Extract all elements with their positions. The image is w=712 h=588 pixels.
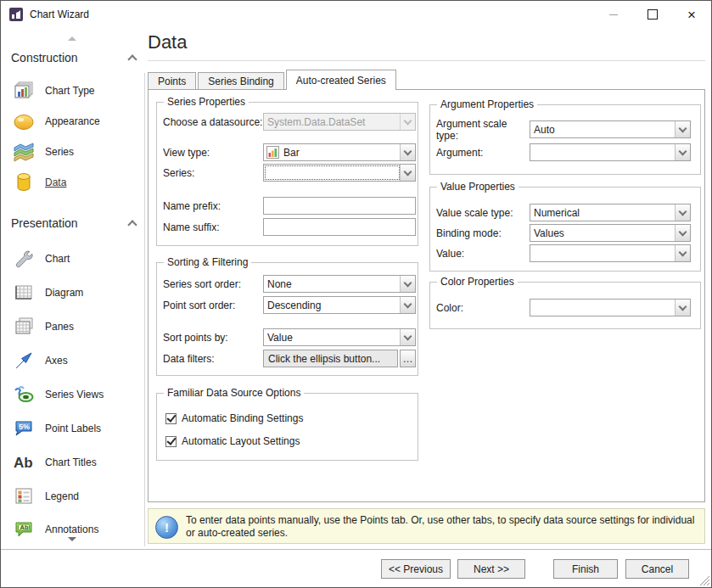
series-sort-order-combobox[interactable]: None [263, 275, 416, 293]
wrench-icon [13, 248, 35, 270]
sidebar-item-chart[interactable]: Chart [1, 246, 144, 272]
argument-combobox[interactable] [530, 143, 691, 161]
group-title: Argument Properties [437, 98, 537, 110]
minimize-button[interactable] [594, 1, 633, 28]
data-filters-field[interactable]: Click the ellipsis button... [263, 350, 398, 367]
value-scale-type-combobox[interactable]: Numerical [530, 204, 691, 221]
panes-icon [13, 316, 35, 338]
dropdown-button[interactable] [675, 144, 690, 160]
tab-points[interactable]: Points [148, 72, 196, 90]
minimize-icon [609, 14, 618, 15]
binding-mode-combobox[interactable]: Values [530, 224, 691, 242]
series-views-icon [13, 384, 35, 406]
group-familiar-options: Familiar Data Source Options Automatic B… [156, 393, 418, 461]
checkbox-box[interactable] [165, 413, 177, 424]
sidebar-item-series[interactable]: Series [1, 139, 144, 165]
automatic-binding-settings-checkbox[interactable]: Automatic Binding Settings [165, 412, 303, 425]
dropdown-button[interactable] [400, 329, 415, 345]
chevron-down-icon [404, 333, 412, 341]
name-prefix-label: Name prefix: [163, 200, 263, 212]
dropdown-button[interactable] [400, 144, 415, 160]
name-suffix-label: Name suffix: [163, 221, 263, 233]
footer-separator [1, 549, 711, 550]
sidebar-item-panes[interactable]: Panes [1, 314, 144, 339]
page-title: Data [148, 31, 187, 53]
close-button[interactable]: × [672, 1, 711, 28]
sort-points-by-combobox[interactable]: Value [263, 328, 416, 346]
argument-scale-type-combobox[interactable]: Auto [530, 120, 691, 138]
point-sort-order-label: Point sort order: [163, 300, 263, 311]
argument-label: Argument: [436, 147, 530, 159]
sidebar-separator [144, 73, 145, 546]
dropdown-button[interactable] [400, 297, 415, 313]
name-suffix-input[interactable] [263, 218, 416, 236]
tab-series-binding[interactable]: Series Binding [198, 72, 283, 90]
next-button[interactable]: Next >> [457, 559, 525, 579]
cancel-button[interactable]: Cancel [625, 559, 689, 579]
chart-wizard-dialog: Chart Wizard × Construction Chart Type [0, 0, 712, 588]
maximize-button[interactable] [633, 1, 672, 28]
legend-icon [13, 485, 35, 507]
automatic-layout-settings-checkbox[interactable]: Automatic Layout Settings [165, 434, 300, 448]
group-title: Value Properties [437, 181, 519, 193]
maximize-icon [648, 9, 658, 20]
dropdown-button[interactable] [675, 204, 690, 221]
sidebar-section-presentation[interactable]: Presentation [11, 215, 136, 232]
sidebar-item-point-labels[interactable]: 5% Point Labels [1, 416, 144, 441]
dropdown-button[interactable] [675, 245, 690, 261]
chart-type-icon [13, 80, 35, 102]
svg-text:5%: 5% [19, 423, 30, 431]
svg-text:Ab: Ab [20, 524, 29, 531]
sidebar-item-diagram[interactable]: Diagram [1, 280, 144, 305]
tab-auto-created-series[interactable]: Auto-created Series [286, 70, 396, 90]
sidebar-section-construction[interactable]: Construction [11, 49, 136, 66]
sidebar-scroll-down-icon[interactable] [68, 537, 76, 541]
name-prefix-input[interactable] [263, 197, 416, 215]
group-series-properties: Series Properties Choose a datasource: S… [156, 102, 418, 246]
previous-button[interactable]: << Previous [381, 559, 451, 579]
sidebar-item-appearance[interactable]: Appearance [1, 109, 144, 134]
argument-scale-type-label: Argument scale type: [436, 118, 530, 142]
dropdown-button[interactable] [400, 276, 415, 292]
info-text: To enter data points manually, use the P… [186, 509, 704, 543]
chevron-up-icon [127, 54, 137, 64]
data-filters-label: Data filters: [163, 353, 263, 365]
datasource-label: Choose a datasource: [163, 116, 263, 128]
sidebar-item-legend[interactable]: Legend [1, 484, 144, 509]
dropdown-button [400, 114, 415, 130]
dropdown-button[interactable] [675, 225, 690, 241]
sidebar-item-chart-type[interactable]: Chart Type [1, 78, 144, 104]
value-combobox[interactable] [530, 244, 691, 262]
series-sort-order-label: Series sort order: [163, 278, 263, 290]
sidebar-item-chart-titles[interactable]: Ab Chart Titles [1, 450, 144, 475]
chevron-down-icon [679, 208, 687, 216]
series-combobox[interactable] [263, 164, 416, 182]
resize-grip[interactable] [698, 574, 709, 585]
check-icon [166, 412, 176, 423]
dropdown-button[interactable] [675, 121, 690, 137]
color-combobox[interactable] [530, 299, 691, 316]
series-icon [13, 141, 35, 163]
color-label: Color: [436, 302, 530, 314]
sidebar-item-series-views[interactable]: Series Views [1, 382, 144, 407]
group-color-properties: Color Properties Color: [429, 282, 701, 329]
point-labels-icon: 5% [13, 417, 35, 440]
sidebar-item-data[interactable]: Data [1, 170, 144, 195]
group-title: Familiar Data Source Options [164, 387, 304, 399]
sidebar-item-axes[interactable]: Axes [1, 348, 144, 373]
dropdown-button[interactable] [400, 165, 415, 181]
sidebar-scroll-up-icon[interactable] [68, 36, 76, 41]
chevron-up-icon [127, 220, 137, 229]
data-icon [13, 171, 35, 193]
checkbox-box[interactable] [165, 436, 177, 447]
chevron-down-icon [404, 168, 412, 176]
annotations-icon: Ab [13, 518, 35, 540]
check-icon [166, 435, 176, 445]
chevron-down-icon [679, 148, 687, 156]
view-type-combobox[interactable]: Bar [263, 143, 416, 161]
finish-button[interactable]: Finish [553, 559, 618, 579]
ellipsis-button[interactable]: … [400, 350, 416, 367]
dropdown-button[interactable] [675, 300, 690, 316]
chevron-down-icon [679, 228, 687, 237]
point-sort-order-combobox[interactable]: Descending [263, 296, 416, 314]
